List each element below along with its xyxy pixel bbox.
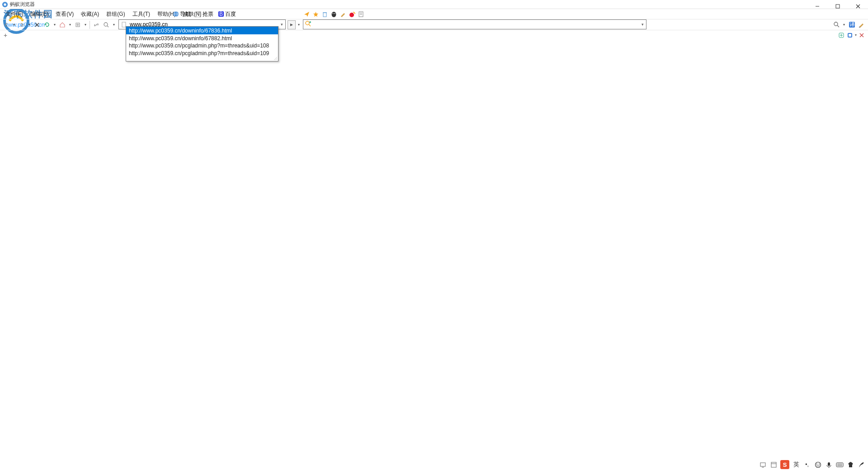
weibo-icon[interactable] <box>348 10 355 18</box>
svg-rect-52 <box>771 462 776 467</box>
search-engine-icon[interactable] <box>305 20 313 28</box>
search-go-icon[interactable] <box>832 21 840 29</box>
svg-line-36 <box>837 25 839 27</box>
ime-punct-icon[interactable]: •, <box>803 461 811 469</box>
doc-icon[interactable] <box>357 10 364 18</box>
ime-emoji-icon[interactable] <box>814 461 822 469</box>
menu-tools[interactable]: 工具(T) <box>129 9 154 19</box>
svg-point-54 <box>815 462 821 467</box>
svg-point-34 <box>309 21 311 23</box>
address-dropdown-button[interactable]: ▾ <box>278 20 285 29</box>
zoom-button[interactable] <box>102 20 111 29</box>
svg-rect-4 <box>836 5 840 8</box>
quick-ticket-label: 抢票 <box>203 10 213 18</box>
refresh-dd[interactable]: ▾ <box>52 23 57 27</box>
tray-window-icon[interactable] <box>769 461 778 469</box>
tab-list-dd[interactable]: ▾ <box>855 33 857 37</box>
history-item[interactable]: http://www.pc0359.cn/pcgladmin.php?m=thr… <box>126 42 278 49</box>
tab-list-icon[interactable] <box>846 32 854 39</box>
history-item[interactable]: http://www.pc0359.cn/pcgladmin.php?m=thr… <box>126 49 278 57</box>
svg-line-30 <box>107 26 108 27</box>
menu-edit[interactable]: 编辑(E) <box>27 9 52 19</box>
ime-settings-icon[interactable] <box>857 461 865 469</box>
address-history-dropdown: http://www.pc0359.cn/downinfo/67836.html… <box>126 26 278 61</box>
menu-view[interactable]: 查看(V) <box>52 9 77 19</box>
svg-rect-44 <box>849 34 851 37</box>
svg-point-35 <box>834 22 838 26</box>
search-input[interactable] <box>314 21 639 28</box>
back-dd[interactable]: ▾ <box>12 23 16 27</box>
svg-rect-57 <box>828 462 830 466</box>
tray-monitor-icon[interactable] <box>759 461 767 469</box>
svg-rect-50 <box>760 463 765 466</box>
menu-group[interactable]: 群组(G) <box>103 9 128 19</box>
app-title: 蚂蚁浏览器 <box>10 1 35 8</box>
title-bar: 蚂蚁浏览器 <box>0 0 868 9</box>
quick-baidu-label: 百度 <box>225 10 236 18</box>
svg-point-19 <box>334 13 335 14</box>
menu-bar: 文件(F) 编辑(E) 查看(V) 收藏(A) 群组(G) 工具(T) 帮助(H… <box>0 9 868 19</box>
home-button[interactable] <box>58 20 67 29</box>
dropdown-resizer[interactable] <box>126 56 278 61</box>
svg-point-55 <box>816 464 817 465</box>
ime-keyboard-icon[interactable] <box>835 461 844 469</box>
svg-point-18 <box>332 13 333 14</box>
translate-icon[interactable]: 译 <box>848 21 856 29</box>
quick-baidu[interactable]: B 百度 <box>216 9 238 19</box>
quick-nav[interactable]: 导航 <box>171 9 193 19</box>
separator <box>90 21 90 29</box>
search-bar: ▾ <box>303 19 646 29</box>
svg-line-33 <box>309 24 311 26</box>
svg-rect-39 <box>859 27 860 28</box>
history-item[interactable]: http://www.pc0359.cn/downinfo/67836.html <box>126 27 278 34</box>
search-dd[interactable]: ▾ <box>842 23 846 27</box>
svg-rect-15 <box>323 13 326 17</box>
favorite-icon[interactable] <box>312 10 319 18</box>
system-tray: S 英 •, <box>756 459 868 470</box>
trash-icon[interactable] <box>321 10 328 18</box>
svg-point-17 <box>331 12 336 17</box>
forward-button[interactable] <box>17 20 26 29</box>
qq-icon[interactable] <box>330 10 337 18</box>
svg-line-49 <box>277 60 277 60</box>
share-icons-row <box>303 10 364 18</box>
svg-point-20 <box>349 13 354 17</box>
stop-button[interactable] <box>33 20 42 29</box>
quick-ticket[interactable]: 抢票 <box>193 9 215 19</box>
go-dd[interactable]: ▾ <box>297 23 301 27</box>
tab-add-icon[interactable] <box>838 32 845 39</box>
ime-mic-icon[interactable] <box>825 461 833 469</box>
svg-point-2 <box>4 3 6 5</box>
svg-text:译: 译 <box>849 21 854 28</box>
menu-file[interactable]: 文件(F) <box>2 9 27 19</box>
home-dd[interactable]: ▾ <box>68 23 72 27</box>
link-button[interactable] <box>92 20 101 29</box>
svg-rect-59 <box>836 463 843 467</box>
search-dropdown-button[interactable]: ▾ <box>639 20 646 29</box>
zoom-dd[interactable]: ▾ <box>112 23 116 27</box>
app-icon <box>2 1 8 8</box>
quick-nav-label: 导航 <box>180 10 191 18</box>
new-tab-button[interactable]: + <box>2 32 9 39</box>
refresh-button[interactable] <box>42 20 52 29</box>
svg-point-29 <box>104 23 108 26</box>
svg-point-56 <box>819 464 820 465</box>
sogou-ime-icon[interactable]: S <box>780 460 789 469</box>
tab-close-icon[interactable] <box>858 32 865 39</box>
send-icon[interactable] <box>303 10 310 18</box>
svg-point-32 <box>306 21 309 25</box>
back-button[interactable] <box>2 20 11 29</box>
ime-lang[interactable]: 英 <box>792 461 800 469</box>
go-button[interactable] <box>288 20 296 29</box>
history-item[interactable]: http://www.pc0359.cn/downinfo/67882.html <box>126 34 278 42</box>
menu-favorites[interactable]: 收藏(A) <box>77 9 103 19</box>
ime-skin-icon[interactable] <box>846 461 854 469</box>
add-fav-dd[interactable]: ▾ <box>83 23 88 27</box>
edit-icon[interactable] <box>857 21 865 29</box>
svg-text:B: B <box>219 11 223 17</box>
forward-dd[interactable]: ▾ <box>27 23 32 27</box>
add-fav-button[interactable] <box>73 20 82 29</box>
brush-icon[interactable] <box>339 10 346 18</box>
